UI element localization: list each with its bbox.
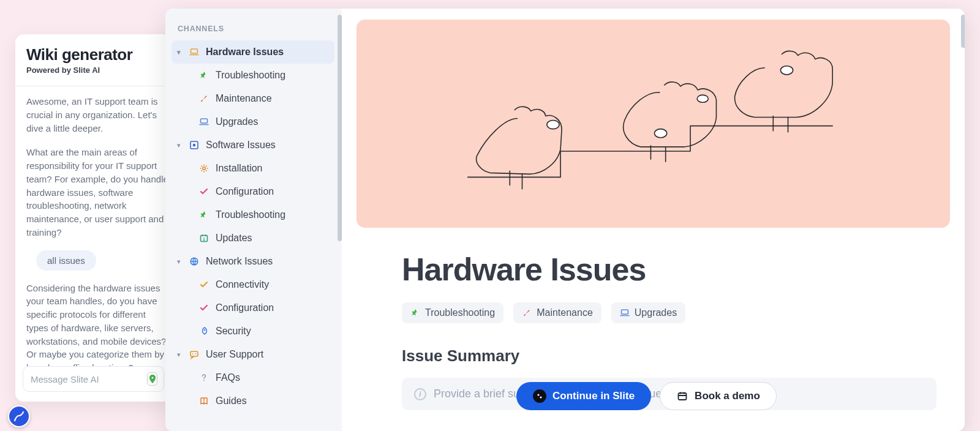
tag-label: Upgrades [635, 307, 677, 318]
svg-point-5 [203, 167, 205, 170]
sidebar-item-maintenance[interactable]: Maintenance [172, 87, 334, 110]
svg-point-4 [193, 144, 195, 146]
sidebar-item-label: Guides [216, 395, 330, 407]
tag-upgrades[interactable]: Upgrades [611, 302, 685, 323]
chat-input-row [23, 366, 164, 392]
channel-label: Hardware Issues [206, 47, 330, 58]
scrollbar[interactable] [961, 15, 965, 48]
caret-down-icon: ▾ [175, 48, 183, 56]
svg-point-19 [537, 394, 539, 395]
svg-rect-10 [190, 351, 198, 356]
sidebar-item-label: Configuration [216, 186, 330, 197]
tag-label: Troubleshooting [425, 307, 495, 318]
sidebar-item-label: Troubleshooting [216, 70, 330, 81]
document-title: Hardware Issues [402, 251, 937, 288]
chat-subtitle: Powered by Slite AI [26, 66, 160, 75]
sidebar: CHANNELS ▾Hardware IssuesTroubleshooting… [165, 9, 341, 431]
svg-point-16 [697, 95, 708, 102]
tag-troubleshooting[interactable]: Troubleshooting [402, 302, 503, 323]
assistant-message: What are the main areas of responsibilit… [26, 146, 169, 239]
svg-rect-1 [191, 49, 198, 53]
sidebar-item-label: Maintenance [216, 93, 330, 104]
section-heading: Issue Summary [402, 347, 937, 365]
svg-point-17 [780, 66, 793, 75]
sidebar-tree: ▾Hardware IssuesTroubleshootingMaintenan… [172, 40, 334, 413]
book-icon [198, 395, 209, 407]
svg-rect-21 [679, 393, 687, 400]
tag-maintenance[interactable]: Maintenance [513, 302, 601, 323]
sidebar-item-label: Troubleshooting [216, 209, 330, 220]
brush-icon [198, 93, 209, 104]
svg-point-0 [151, 377, 153, 378]
chat-header: Wiki generator Powered by Slite AI [15, 45, 172, 83]
svg-point-14 [547, 121, 559, 129]
content-area: Hardware Issues TroubleshootingMaintenan… [341, 9, 965, 431]
disc-icon [189, 140, 200, 151]
document-body: Hardware Issues TroubleshootingMaintenan… [341, 228, 961, 365]
sidebar-item-configuration[interactable]: Configuration [172, 180, 334, 203]
gear-icon [198, 163, 209, 174]
chat-input[interactable] [31, 374, 147, 384]
main-app: CHANNELS ▾Hardware IssuesTroubleshooting… [165, 9, 965, 431]
chat-title: Wiki generator [26, 45, 160, 64]
book-demo-button[interactable]: Book a demo [660, 382, 777, 410]
sidebar-item-troubleshooting[interactable]: Troubleshooting [172, 64, 334, 87]
svg-point-12 [195, 353, 197, 354]
sidebar-item-security[interactable]: Security [172, 320, 334, 343]
channel-network-issues[interactable]: ▾Network Issues [172, 250, 334, 273]
channel-user-support[interactable]: ▾User Support [172, 343, 334, 366]
sidebar-item-configuration[interactable]: Configuration [172, 296, 334, 320]
continue-in-slite-button[interactable]: Continue in Slite [516, 382, 651, 410]
svg-point-11 [192, 353, 194, 354]
calendar-icon [676, 390, 688, 402]
sidebar-item-upgrades[interactable]: Upgrades [172, 110, 334, 133]
channel-label: Network Issues [206, 256, 330, 267]
slite-logo-icon [533, 389, 546, 403]
channel-hardware-issues[interactable]: ▾Hardware Issues [172, 40, 334, 64]
sidebar-item-faqs[interactable]: FAQs [172, 366, 334, 389]
sidebar-item-label: Security [216, 326, 330, 337]
check-diamond-icon [198, 279, 209, 290]
sidebar-item-label: Upgrades [216, 116, 330, 127]
sidebar-item-label: Connectivity [216, 279, 330, 290]
caret-down-icon: ▾ [175, 141, 183, 149]
assistant-badge[interactable] [8, 405, 30, 427]
user-message: all issues [26, 250, 169, 271]
assistant-message: Considering the hardware issues your tea… [26, 282, 169, 367]
sidebar-item-connectivity[interactable]: Connectivity [172, 273, 334, 296]
channels-heading: CHANNELS [172, 22, 334, 40]
svg-point-15 [655, 129, 667, 138]
svg-point-13 [203, 380, 205, 381]
pin-icon [198, 209, 209, 220]
caret-down-icon: ▾ [175, 258, 183, 266]
sidebar-item-label: Installation [216, 163, 330, 174]
svg-point-20 [540, 396, 541, 398]
sidebar-item-updates[interactable]: 1Updates [172, 227, 334, 250]
info-icon: i [414, 388, 426, 400]
channel-software-issues[interactable]: ▾Software Issues [172, 133, 334, 157]
calendar-box-icon: 1 [198, 233, 209, 244]
svg-text:1: 1 [203, 237, 205, 241]
check-heart-icon [198, 186, 209, 197]
sidebar-item-label: Configuration [216, 302, 330, 313]
pin-icon [410, 308, 420, 318]
location-icon[interactable] [147, 372, 157, 386]
sidebar-item-troubleshooting[interactable]: Troubleshooting [172, 203, 334, 227]
chat-body: Awesome, an IT support team is crucial i… [15, 86, 172, 366]
caret-down-icon: ▾ [175, 351, 183, 359]
tag-label: Maintenance [537, 307, 593, 318]
sidebar-item-guides[interactable]: Guides [172, 389, 334, 413]
button-label: Continue in Slite [552, 390, 635, 402]
svg-rect-2 [201, 119, 208, 123]
channel-label: Software Issues [206, 140, 330, 151]
sidebar-item-installation[interactable]: Installation [172, 157, 334, 180]
user-message-chip: all issues [36, 250, 96, 271]
globe-icon [189, 256, 200, 267]
sidebar-item-label: Updates [216, 233, 330, 244]
check-heart-icon [198, 302, 209, 313]
cta-row: Continue in Slite Book a demo [516, 382, 777, 410]
laptop-icon [620, 308, 630, 318]
pin-icon [198, 70, 209, 81]
channel-label: User Support [206, 349, 330, 360]
question-icon [198, 372, 209, 383]
